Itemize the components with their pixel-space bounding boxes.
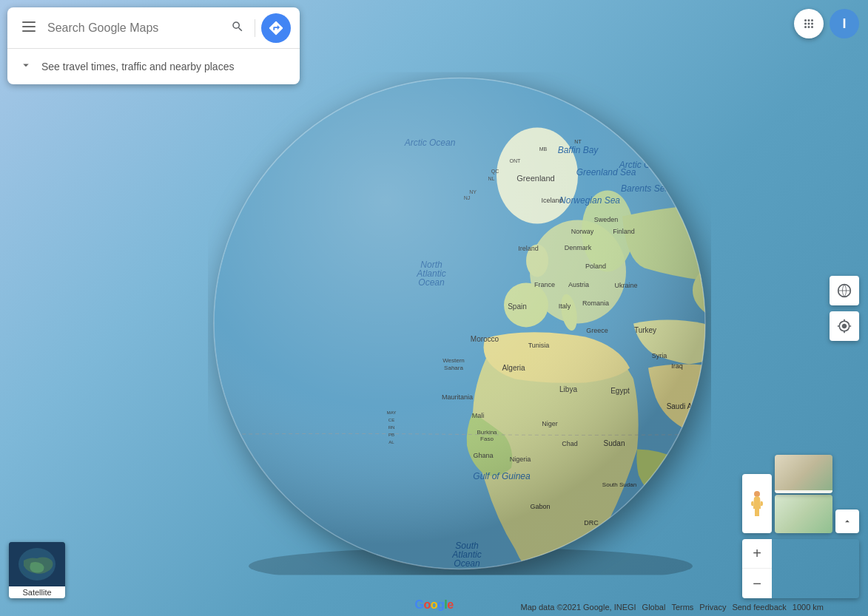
satellite-thumbnail[interactable]: Satellite	[9, 542, 65, 598]
search-bar: Search Google Maps	[7, 7, 300, 49]
map-data-text: Map data ©2021 Google, INEGI	[521, 603, 636, 612]
map-layer-button[interactable]	[775, 495, 832, 533]
privacy-link[interactable]: Privacy	[699, 603, 726, 612]
street-view-button[interactable]	[742, 474, 772, 533]
svg-rect-123	[22, 26, 36, 27]
chevron-down-icon	[19, 58, 33, 75]
terms-link[interactable]: Terms	[671, 603, 693, 612]
location-button[interactable]	[830, 311, 859, 341]
svg-text:Tanzania: Tanzania	[628, 536, 655, 544]
svg-text:Kenya: Kenya	[647, 515, 666, 523]
svg-text:Yemen: Yemen	[688, 438, 709, 445]
search-icon[interactable]	[226, 16, 249, 41]
travel-text: See travel times, traffic and nearby pla…	[41, 61, 234, 72]
map-container[interactable]: Arctic Ocean East Siberian Sea Baffin Ba…	[0, 0, 868, 616]
svg-point-120	[214, 78, 705, 569]
svg-text:Gulf of Aden: Gulf of Aden	[670, 450, 710, 461]
search-input-wrapper: Search Google Maps	[47, 21, 226, 35]
scale-text: 1000 km	[793, 603, 824, 612]
send-feedback-link[interactable]: Send feedback	[732, 603, 786, 612]
layers-expand-button[interactable]	[835, 510, 859, 533]
bottom-right-controls: + −	[742, 455, 859, 598]
hamburger-menu-icon[interactable]	[16, 16, 41, 41]
svg-text:Ethiopia: Ethiopia	[650, 478, 674, 486]
svg-text:East: East	[687, 138, 705, 148]
svg-rect-124	[22, 30, 36, 32]
svg-text:Somalia: Somalia	[680, 495, 704, 503]
map-type-button[interactable]	[830, 276, 859, 305]
account-button[interactable]: I	[830, 9, 859, 38]
search-input[interactable]: Search Google Maps	[47, 21, 226, 35]
global-text: Global	[642, 603, 666, 612]
svg-text:Siberian Sea: Siberian Sea	[670, 146, 710, 157]
attribution-bar: Map data ©2021 Google, INEGI Global Term…	[521, 603, 824, 612]
globe[interactable]: Arctic Ocean East Siberian Sea Baffin Ba…	[208, 72, 711, 575]
directions-button[interactable]	[261, 13, 291, 43]
search-panel: Search Google Maps See travel times, tra…	[7, 7, 300, 84]
zoom-out-button[interactable]: −	[742, 569, 772, 598]
zoom-controls: + −	[742, 539, 859, 598]
terrain-layer-button[interactable]	[775, 455, 832, 493]
svg-point-126	[754, 491, 760, 497]
search-divider	[255, 19, 255, 37]
satellite-label: Satellite	[9, 586, 65, 598]
google-logo: Google	[414, 598, 453, 612]
travel-bar[interactable]: See travel times, traffic and nearby pla…	[7, 49, 300, 84]
svg-rect-122	[22, 21, 36, 23]
top-right-controls: I	[794, 9, 859, 38]
layer-label	[775, 490, 832, 493]
svg-text:Kara Sea: Kara Sea	[662, 169, 699, 179]
satellite-preview	[9, 542, 65, 586]
google-apps-button[interactable]	[794, 9, 824, 38]
zoom-in-button[interactable]: +	[742, 539, 772, 569]
